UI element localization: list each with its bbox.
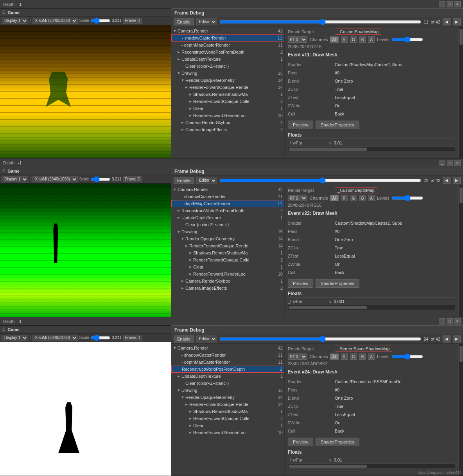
tree-item[interactable]: ► RenderForwardOpaque.Rende 14 [171,401,284,408]
levels-slider[interactable] [392,196,423,200]
tree-item[interactable]: - shadowCasterRender 11 [171,352,284,359]
side-scrollbar[interactable] [458,344,463,476]
levels-slider[interactable] [392,38,423,41]
shader-properties-button[interactable]: ShaderProperties [316,279,359,288]
minimize-button[interactable]: _ [439,160,445,166]
channel-btn-g[interactable]: G [350,195,357,201]
frame-button[interactable]: Frame D [123,176,142,182]
maximize-button[interactable]: □ [447,1,453,7]
nav-prev-button[interactable]: ◀ [443,177,450,184]
channel-btn-all[interactable]: All [330,353,338,360]
nav-next-button[interactable]: ▶ [453,18,461,25]
tree-item[interactable]: ▼ Camera.Render 42 [171,186,284,193]
frame-button[interactable]: Frame D [123,335,142,341]
tree-item[interactable]: ▼ Drawing 15 [171,228,284,235]
tree-item[interactable]: ► RenderForward.RenderLoo 10 [171,270,284,278]
scroll-bar-h[interactable] [288,305,455,310]
tree-item[interactable]: Clear (color+Z+stencil) [171,63,284,70]
scale-slider[interactable] [91,336,110,340]
scale-slider[interactable] [91,177,110,181]
tree-item[interactable]: ► Camera.RenderSkybox 1 [171,278,284,285]
channel-btn-b[interactable]: B [359,353,366,360]
enable-button[interactable]: Enable [174,18,194,25]
preview-button[interactable]: Preview [288,279,313,288]
tree-item[interactable]: - shadowCasterRender 11 [171,34,284,41]
channel-btn-a[interactable]: A [368,353,375,360]
shader-properties-button[interactable]: ShaderProperties [316,121,359,129]
tree-item[interactable]: ► RenderForwardOpaque.Colle 2 [171,256,284,263]
levels-slider[interactable] [392,355,423,359]
scroll-bar-h[interactable] [288,463,455,468]
channel-btn-b[interactable]: B [359,36,366,43]
scroll-bar-h[interactable] [288,146,455,151]
channel-btn-all[interactable]: All [330,195,338,201]
side-scrollbar[interactable] [458,185,463,317]
editor-select[interactable]: Editor [196,18,217,25]
channel-btn-a[interactable]: A [368,36,375,43]
tree-item[interactable]: ► ReconstructWorldPosFromDepth 2 [171,49,284,56]
channel-btn-r[interactable]: R [341,353,348,360]
maximize-button[interactable]: □ [447,318,453,325]
tree-item[interactable]: Clear (color+Z+stencil) [171,380,284,387]
tree-item[interactable]: ► Clear 1 [171,422,284,429]
nav-slider[interactable] [219,178,421,183]
nav-next-button[interactable]: ▶ [453,335,461,343]
nav-slider[interactable] [219,337,421,341]
tree-item[interactable]: - depthMapCasterRender 11 [171,359,284,366]
close-button[interactable]: ✕ [454,1,461,7]
display-select[interactable]: Display 1 [2,18,28,24]
side-scrollbar[interactable] [458,27,463,158]
tree-item[interactable]: ► UpdateDepthTexture 1 [171,214,284,221]
tree-item[interactable]: ▼ Render.OpaqueGeometry 14 [171,394,284,401]
enable-button[interactable]: Enable [174,335,194,343]
frame-button[interactable]: Frame D [123,18,142,24]
shader-properties-button[interactable]: ShaderProperties [316,438,359,446]
resolution-select[interactable]: XiaoMi (2340x1080) [32,176,78,182]
nav-next-button[interactable]: ▶ [453,177,461,184]
tree-item[interactable]: ► RenderForwardOpaque.Colle 2 [171,98,284,105]
preview-button[interactable]: Preview [288,438,313,446]
display-select[interactable]: Display 1 [2,176,28,182]
nav-slider[interactable] [219,20,421,24]
editor-select[interactable]: Editor [196,177,217,184]
tree-item[interactable]: ► RenderForward.RenderLoo 10 [171,112,284,119]
tree-item[interactable]: ► Clear 1 [171,263,284,270]
nav-prev-button[interactable]: ◀ [443,335,450,343]
channel-btn-g[interactable]: G [350,353,357,360]
tree-item[interactable]: ▼ Render.OpaqueGeometry 14 [171,235,284,242]
tree-item[interactable]: ► Camera.ImageEffects 2 [171,285,284,292]
tree-item[interactable]: ► RenderForwardOpaque.Rende 14 [171,242,284,249]
minimize-button[interactable]: _ [439,318,445,325]
channel-btn-r[interactable]: R [341,36,348,43]
tree-item[interactable]: ► Camera.RenderSkybox 1 [171,119,284,126]
channel-btn-b[interactable]: B [359,195,366,201]
close-button[interactable]: ✕ [454,160,461,166]
editor-select[interactable]: Editor [196,335,217,343]
tree-item[interactable]: ► Shadows.RenderShadowMa 1 [171,249,284,256]
resolution-select[interactable]: XiaoMi (2340x1080) [32,335,78,341]
rt-select[interactable]: RT 0 [288,195,307,201]
rt-select[interactable]: RT 0 [288,353,307,360]
tree-item[interactable]: ▼ Render.OpaqueGeometry 14 [171,77,284,84]
tree-item[interactable]: ► RenderForward.RenderLoo 10 [171,429,284,436]
maximize-button[interactable]: □ [447,160,453,166]
channel-btn-all[interactable]: All [330,36,338,43]
tree-item[interactable]: ▼ Drawing 15 [171,387,284,394]
rt-select[interactable]: RT 0 [288,36,307,43]
tree-item[interactable]: ► Clear 1 [171,105,284,112]
tree-item[interactable]: ► Shadows.RenderShadowMa 1 [171,91,284,98]
tree-item[interactable]: ► ReconstructWorldPosFromDepth 2 [171,207,284,214]
tree-item[interactable]: ▼ Camera.Render 42 [171,27,284,34]
scale-slider[interactable] [91,19,110,23]
tree-item[interactable]: - depthMapCasterRender 11 [171,41,284,49]
tree-item[interactable]: ► UpdateDepthTexture 1 [171,56,284,63]
close-button[interactable]: ✕ [454,318,461,325]
minimize-button[interactable]: _ [439,1,445,7]
enable-button[interactable]: Enable [174,177,194,184]
channel-btn-g[interactable]: G [350,36,357,43]
tree-item[interactable]: ReconstructWorldPosFromDepth 2 [171,366,284,373]
channel-btn-a[interactable]: A [368,195,375,201]
channel-btn-r[interactable]: R [341,195,348,201]
tree-item[interactable]: ▼ Drawing 15 [171,70,284,77]
tree-item[interactable]: - shadowCasterRender 11 [171,193,284,200]
